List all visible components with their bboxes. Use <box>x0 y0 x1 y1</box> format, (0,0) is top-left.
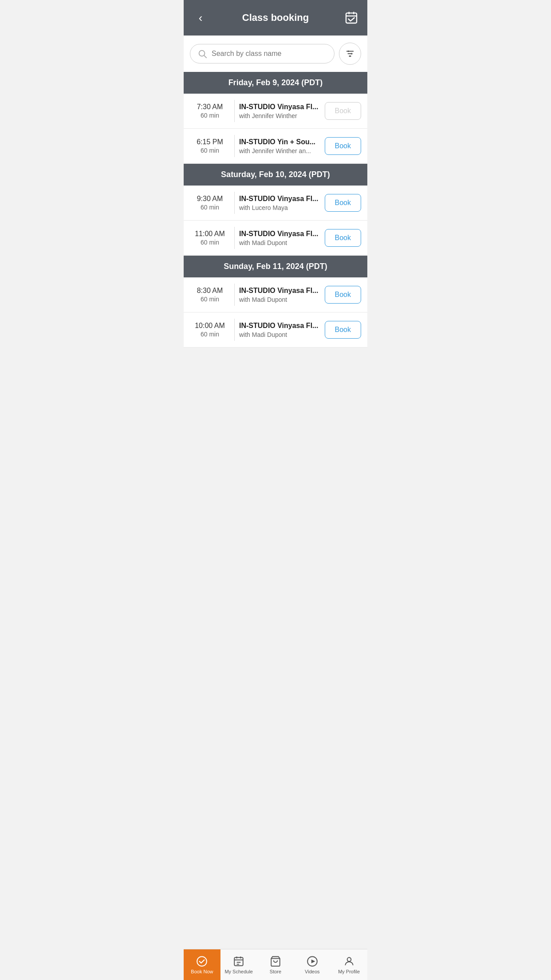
calendar-button[interactable] <box>342 11 358 25</box>
class-info: IN-STUDIO Vinyasa Fl...with Jennifer Win… <box>239 103 320 119</box>
header: ‹ Class booking <box>184 0 367 36</box>
class-name: IN-STUDIO Vinyasa Fl... <box>239 195 320 203</box>
class-name: IN-STUDIO Vinyasa Fl... <box>239 322 320 330</box>
duration-value: 60 min <box>190 204 230 211</box>
class-instructor: with Madi Dupont <box>239 296 320 303</box>
book-button[interactable]: Book <box>325 137 361 155</box>
filter-icon <box>345 49 355 59</box>
back-button[interactable]: ‹ <box>193 11 209 25</box>
search-input[interactable] <box>212 50 327 58</box>
book-button[interactable]: Book <box>325 321 361 339</box>
search-icon <box>197 49 207 59</box>
book-button[interactable]: Book <box>325 286 361 304</box>
svg-point-10 <box>351 53 353 55</box>
class-info: IN-STUDIO Vinyasa Fl...with Madi Dupont <box>239 230 320 246</box>
book-button[interactable]: Book <box>325 229 361 247</box>
schedule-list: Friday, Feb 9, 2024 (PDT)7:30 AM60 minIN… <box>184 72 367 348</box>
class-time: 10:00 AM60 min <box>190 322 230 338</box>
svg-point-11 <box>349 55 351 57</box>
book-button[interactable]: Book <box>325 194 361 212</box>
svg-rect-0 <box>346 13 357 23</box>
class-name: IN-STUDIO Vinyasa Fl... <box>239 103 320 111</box>
content-area: Friday, Feb 9, 2024 (PDT)7:30 AM60 minIN… <box>184 36 367 381</box>
class-time: 11:00 AM60 min <box>190 230 230 246</box>
time-value: 6:15 PM <box>190 138 230 146</box>
class-time: 9:30 AM60 min <box>190 195 230 211</box>
class-divider <box>234 100 235 122</box>
class-row: 10:00 AM60 minIN-STUDIO Vinyasa Fl...wit… <box>184 312 367 348</box>
class-divider <box>234 192 235 214</box>
class-info: IN-STUDIO Yin + Sou...with Jennifer Wint… <box>239 138 320 154</box>
filter-button[interactable] <box>339 43 361 65</box>
class-info: IN-STUDIO Vinyasa Fl...with Madi Dupont <box>239 287 320 303</box>
class-row: 6:15 PM60 minIN-STUDIO Yin + Sou...with … <box>184 129 367 164</box>
day-header-0: Friday, Feb 9, 2024 (PDT) <box>184 72 367 94</box>
class-divider <box>234 135 235 157</box>
time-value: 8:30 AM <box>190 287 230 295</box>
class-row: 8:30 AM60 minIN-STUDIO Vinyasa Fl...with… <box>184 277 367 312</box>
class-info: IN-STUDIO Vinyasa Fl...with Lucero Maya <box>239 195 320 211</box>
class-instructor: with Lucero Maya <box>239 204 320 211</box>
class-divider <box>234 227 235 249</box>
search-box[interactable] <box>190 44 335 63</box>
class-instructor: with Jennifer Winther an... <box>239 147 320 154</box>
calendar-check-icon <box>344 11 358 25</box>
class-instructor: with Jennifer Winther <box>239 112 320 119</box>
svg-line-5 <box>204 55 206 58</box>
duration-value: 60 min <box>190 331 230 338</box>
class-name: IN-STUDIO Vinyasa Fl... <box>239 287 320 295</box>
class-row: 9:30 AM60 minIN-STUDIO Vinyasa Fl...with… <box>184 186 367 221</box>
search-area <box>184 36 367 72</box>
time-value: 11:00 AM <box>190 230 230 238</box>
day-header-2: Sunday, Feb 11, 2024 (PDT) <box>184 256 367 277</box>
class-instructor: with Madi Dupont <box>239 239 320 246</box>
class-row: 11:00 AM60 minIN-STUDIO Vinyasa Fl...wit… <box>184 221 367 256</box>
page-title: Class booking <box>209 12 342 24</box>
svg-point-9 <box>348 51 350 52</box>
class-instructor: with Madi Dupont <box>239 331 320 338</box>
class-info: IN-STUDIO Vinyasa Fl...with Madi Dupont <box>239 322 320 338</box>
class-name: IN-STUDIO Yin + Sou... <box>239 138 320 146</box>
duration-value: 60 min <box>190 239 230 246</box>
class-time: 6:15 PM60 min <box>190 138 230 154</box>
class-divider <box>234 319 235 341</box>
book-button[interactable]: Book <box>325 102 361 120</box>
time-value: 9:30 AM <box>190 195 230 203</box>
class-row: 7:30 AM60 minIN-STUDIO Vinyasa Fl...with… <box>184 94 367 129</box>
class-time: 7:30 AM60 min <box>190 103 230 119</box>
class-time: 8:30 AM60 min <box>190 287 230 303</box>
duration-value: 60 min <box>190 147 230 154</box>
day-header-1: Saturday, Feb 10, 2024 (PDT) <box>184 164 367 186</box>
duration-value: 60 min <box>190 296 230 303</box>
class-divider <box>234 284 235 306</box>
duration-value: 60 min <box>190 112 230 119</box>
time-value: 10:00 AM <box>190 322 230 330</box>
class-name: IN-STUDIO Vinyasa Fl... <box>239 230 320 238</box>
time-value: 7:30 AM <box>190 103 230 111</box>
